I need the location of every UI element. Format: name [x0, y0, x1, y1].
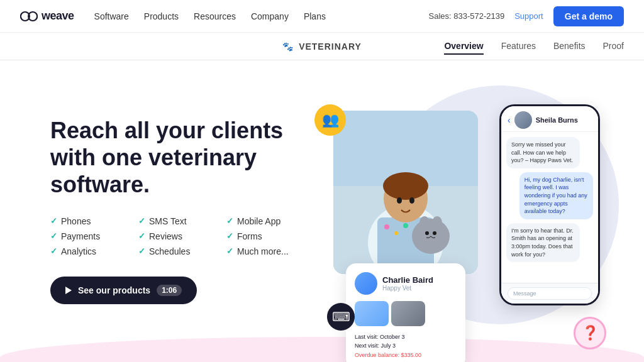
demo-button[interactable]: Get a demo [553, 6, 624, 26]
cta-time: 1:06 [157, 285, 182, 296]
svg-point-7 [394, 231, 398, 235]
message-1: Sorry we missed your call. How can we he… [506, 137, 580, 168]
svg-point-12 [397, 197, 402, 204]
user-photo-1 [355, 301, 389, 326]
svg-point-6 [384, 224, 389, 229]
check-icon: ✓ [50, 216, 57, 226]
svg-point-15 [419, 216, 430, 229]
contact-avatar [514, 111, 532, 129]
check-icon: ✓ [226, 246, 233, 256]
logo-text: weave [42, 9, 74, 23]
check-icon: ✓ [138, 231, 145, 241]
category-icon: 🐾 [282, 41, 294, 52]
sub-nav: 🐾 VETERINARY Overview Features Benefits … [0, 33, 644, 60]
user-photos [355, 301, 457, 326]
user-sub: Happy Vet [382, 285, 433, 292]
user-card: Charlie Baird Happy Vet Last visit: Octo… [346, 263, 465, 362]
check-icon: ✓ [226, 231, 233, 241]
nav-resources[interactable]: Resources [194, 11, 236, 21]
nav-links: Software Products Resources Company Plan… [94, 11, 326, 21]
back-button[interactable]: ‹ [508, 115, 511, 125]
overdue-balance: Overdue balance: $335.00 [355, 351, 457, 359]
users-icon: 👥 [314, 104, 346, 136]
main-content: Reach all your clients with one veterina… [0, 60, 644, 362]
vet-photo [333, 111, 478, 274]
check-icon: ✓ [50, 246, 57, 256]
contact-name: Sheila Burns [536, 116, 578, 124]
feature-phones: ✓ Phones [50, 216, 138, 226]
feature-forms: ✓ Forms [226, 231, 314, 241]
tab-benefits[interactable]: Benefits [553, 38, 586, 55]
tab-overview[interactable]: Overview [444, 38, 483, 55]
navbar-left: weave Software Products Resources Compan… [20, 9, 326, 23]
feature-schedules: ✓ Schedules [138, 246, 226, 256]
feature-payments: ✓ Payments [50, 231, 138, 241]
features-grid: ✓ Phones ✓ SMS Text ✓ Mobile App ✓ Payme… [50, 216, 314, 256]
user-card-header: Charlie Baird Happy Vet [355, 272, 457, 295]
play-icon [65, 287, 72, 294]
cta-label: See our products [78, 285, 150, 295]
vet-photo-inner [333, 111, 478, 274]
feature-reviews: ✓ Reviews [138, 231, 226, 241]
feature-mobile: ✓ Mobile App [226, 216, 314, 226]
svg-point-18 [433, 231, 436, 235]
message-input[interactable]: Message [508, 287, 592, 300]
svg-point-17 [425, 231, 429, 235]
sub-nav-links: Overview Features Benefits Proof [444, 38, 624, 55]
nav-company[interactable]: Company [251, 11, 289, 21]
message-3: I'm sorry to hear that. Dr. Smith has an… [506, 223, 580, 262]
nav-software[interactable]: Software [94, 11, 129, 21]
svg-point-11 [383, 172, 428, 200]
question-icon: ❓ [574, 317, 606, 349]
navbar: weave Software Products Resources Compan… [0, 0, 644, 33]
phone-header: ‹ Sheila Burns [501, 106, 598, 132]
see-products-button[interactable]: See our products 1:06 [50, 277, 197, 304]
category-label: VETERINARY [299, 41, 362, 52]
user-photo-2 [391, 301, 425, 326]
message-input-bar: Message [501, 283, 598, 304]
left-section: Reach all your clients with one veterina… [50, 98, 314, 304]
user-info: Charlie Baird Happy Vet [382, 275, 433, 292]
svg-point-13 [409, 197, 414, 204]
check-icon: ✓ [50, 231, 57, 241]
nav-products[interactable]: Products [144, 11, 179, 21]
navbar-right: Sales: 833-572-2139 Support Get a demo [429, 6, 625, 26]
phone-mockup: ‹ Sheila Burns Sorry we missed your call… [499, 104, 600, 305]
hero-headline: Reach all your clients with one veterina… [50, 117, 314, 199]
sales-text: Sales: 833-572-2139 [429, 11, 505, 21]
user-stats: Last visit: October 3 Next visit: July 3… [355, 332, 457, 359]
feature-analytics: ✓ Analytics [50, 246, 138, 256]
support-link[interactable]: Support [514, 11, 543, 21]
nav-plans[interactable]: Plans [304, 11, 326, 21]
right-section: 👥 [314, 98, 606, 362]
message-2: Hi, my dog Charlie, isn't feeling well. … [519, 172, 593, 219]
svg-point-16 [432, 216, 442, 229]
svg-point-8 [403, 223, 408, 228]
keyboard-icon: ⌨ [327, 303, 355, 331]
sub-nav-title: 🐾 VETERINARY [282, 41, 362, 52]
user-name: Charlie Baird [382, 275, 433, 285]
last-visit: Last visit: October 3 [355, 332, 457, 341]
logo[interactable]: weave [20, 9, 74, 23]
check-icon: ✓ [138, 216, 145, 226]
check-icon: ✓ [138, 246, 145, 256]
feature-more: ✓ Much more... [226, 246, 314, 256]
tab-features[interactable]: Features [501, 38, 536, 55]
phone-messages: Sorry we missed your call. How can we he… [501, 132, 598, 267]
feature-sms: ✓ SMS Text [138, 216, 226, 226]
next-visit: Next visit: July 3 [355, 341, 457, 350]
tab-proof[interactable]: Proof [603, 38, 624, 55]
check-icon: ✓ [226, 216, 233, 226]
user-avatar [355, 272, 377, 295]
